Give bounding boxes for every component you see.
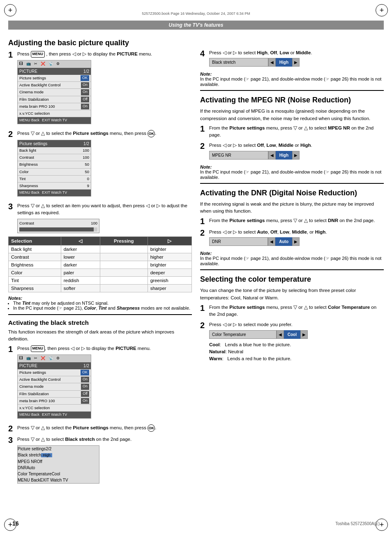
menu-row-film: Film StabilizationOff xyxy=(18,96,91,103)
corner-mark-tr xyxy=(376,4,388,16)
note-pc-input: In the PC input mode (☞ page 21), Color,… xyxy=(13,306,192,311)
menu-page-1: 1/2 xyxy=(83,68,89,74)
mpeg-step-1-content: From the Picture settings menu, press ▽ … xyxy=(209,125,384,139)
selector-dnr-value: Auto xyxy=(275,237,292,246)
item-tint-left: reddish xyxy=(61,276,100,284)
menu-footer-1: MENU BackEXIT Watch TV xyxy=(18,117,91,124)
note-tint: The Tint may only be adjusted on NTSC si… xyxy=(13,301,192,306)
item-contrast: Contrast xyxy=(9,253,61,261)
contrast-track xyxy=(19,227,97,232)
menu-picture-settings-2: Picture settings2/2 Black stretchHigh MP… xyxy=(17,445,99,484)
bs-step-1-content: Press MENU, then press ◁ or ▷ to display… xyxy=(17,345,192,421)
divider-1 xyxy=(8,314,192,315)
mpeg-step-num-2: 2 xyxy=(200,142,207,150)
menu-picture-1: 🎞📺✂❌📡⚙ PICTURE 1/2 Picture settingsOK Ac… xyxy=(17,60,91,124)
color-temp-descriptions: Cool: Lends a blue hue to the picture. N… xyxy=(209,341,384,363)
divider-3 xyxy=(200,183,384,184)
section-color-temp: Selecting the color temperature You can … xyxy=(200,275,384,362)
item-sharpness: Sharpness xyxy=(9,284,61,292)
section-title-black-stretch: Activating the black stretch xyxy=(8,319,192,326)
ps2-row-mpegnr: MPEG NROff xyxy=(18,459,99,465)
ps-row-tint: Tint0 xyxy=(18,176,91,183)
dnr-step-1: 1 From the Picture settings menu, press … xyxy=(200,217,384,225)
bs-step-num-3: 3 xyxy=(8,436,15,444)
bs-step-num-2: 2 xyxy=(8,424,15,433)
selector-black-stretch: Black stretch ◀ High ▶ xyxy=(209,58,300,67)
menu-ps2-header: Picture settings2/2 xyxy=(18,446,99,452)
ps2-row-dnr: DNRAuto xyxy=(18,465,99,471)
note-dnr: Note: In the PC input mode (☞ page 21), … xyxy=(200,251,384,266)
bs-row-cinema: Cinema modeOn xyxy=(18,383,91,390)
contrast-bar: Contrast100 xyxy=(17,219,99,233)
page-footer: 16 Toshiba 5257Z3500A(E) xyxy=(0,520,392,527)
step-1: 1 Press MENU , then press ◁ or ▷ to disp… xyxy=(8,51,192,127)
selector-ct-right-arrow: ▶ xyxy=(300,330,308,339)
step-2: 2 Press ▽ or △ to select the Picture set… xyxy=(8,130,192,199)
bs-row-picture-settings: Picture settingsOK xyxy=(18,369,91,376)
menu-ps-header: Picture settings1/2 xyxy=(18,140,91,147)
item-tint: Tint xyxy=(9,276,61,284)
selector-ct-left-arrow: ◀ xyxy=(277,330,284,339)
table-row: Back light darker brighter xyxy=(9,245,192,253)
book-info: 5257Z3500.book Page 16 Wednesday, Octobe… xyxy=(142,12,250,16)
bs-row-film: Film StabilizationOff xyxy=(18,391,91,398)
bs-row-backlight: Active Backlight ControlOn xyxy=(18,376,91,383)
menu-row-xvycc: x.v.YCC selection xyxy=(18,110,91,117)
item-color-left: paler xyxy=(61,269,100,276)
mpeg-step-2: 2 Press ◁ or ▷ to select Off, Low, Middl… xyxy=(200,142,384,161)
ct-step-2-content: Press ◁ or ▷ to select mode you prefer. … xyxy=(209,321,384,362)
selector-dnr-left-arrow: ◀ xyxy=(268,237,275,246)
notes-section1: Notes: The Tint may only be adjusted on … xyxy=(8,296,192,311)
menu-icon-row-bs: 🎞📺✂❌📡⚙ xyxy=(18,355,91,362)
ps2-row-black-stretch: Black stretchHigh xyxy=(18,452,99,459)
step1-text-a: Press xyxy=(17,51,31,56)
black-stretch-intro: This function increases the strength of … xyxy=(8,329,192,343)
step-1-content: Press MENU , then press ◁ or ▷ to displa… xyxy=(17,51,192,127)
selector-ct-label: Color Temperature xyxy=(209,330,277,339)
ct-step-2: 2 Press ◁ or ▷ to select mode you prefer… xyxy=(200,321,384,362)
dnr-intro: If the receiving signal is weak and the … xyxy=(200,201,384,215)
menu-picture-settings-1: Picture settings1/2 Back light100 Contra… xyxy=(17,140,91,197)
menu-label-1: PICTURE xyxy=(19,68,37,74)
divider-4 xyxy=(200,269,384,270)
menu-picture-bs: 🎞📺✂❌📡⚙ PICTURE1/2 Picture settingsOK Act… xyxy=(17,354,91,419)
ps-row-sharpness: Sharpness9 xyxy=(18,183,91,190)
menu-footer-bs: MENU BackEXIT Watch TV xyxy=(18,412,91,418)
mpeg-step-num-1: 1 xyxy=(200,125,207,133)
item-sharpness-right: sharper xyxy=(148,284,191,292)
item-brightness-right: brighter xyxy=(148,261,191,269)
ct-desc-cool: Cool: Lends a blue hue to the picture. xyxy=(209,341,384,348)
header-title: Using the TV's features xyxy=(169,22,224,28)
menu-icon-row: 🎞📺✂❌📡⚙ xyxy=(18,60,91,68)
section-title-adjust: Adjusting the basic picture quality xyxy=(8,39,192,47)
bs-step-2-content: Press ▽ or △ to select the Picture setti… xyxy=(17,424,192,432)
bs-step-num-1: 1 xyxy=(8,345,15,353)
ps-row-contrast: Contrast100 xyxy=(18,154,91,161)
item-backlight-left: darker xyxy=(61,245,100,253)
notes-title: Notes: xyxy=(8,296,192,301)
bs-step-1: 1 Press MENU, then press ◁ or ▷ to displ… xyxy=(8,345,192,421)
selector-ct-value: Cool xyxy=(284,330,300,339)
table-row: Brightness darker brighter xyxy=(9,261,192,269)
menu-header-1: PICTURE 1/2 xyxy=(18,68,91,75)
item-brightness-left: darker xyxy=(61,261,100,269)
item-color-right: deeper xyxy=(148,269,191,276)
footer-brand: Toshiba 5257Z3500A(E) xyxy=(335,521,380,526)
ct-step-num-2: 2 xyxy=(200,321,207,329)
page-number: 16 xyxy=(12,520,19,527)
selector-bs-right-arrow: ▶ xyxy=(292,58,300,67)
dnr-step-2: 2 Press ◁ or ▷ to select Auto, Off, Low,… xyxy=(200,229,384,248)
section-mpeg-nr: Activating the MPEG NR (Noise Reduction)… xyxy=(200,96,384,179)
menu-row-backlight: Active Backlight ControlOn xyxy=(18,82,91,89)
section-black-stretch: Activating the black stretch This functi… xyxy=(8,319,192,486)
item-backlight: Back light xyxy=(9,245,61,253)
bs-step-3-content: Press ▽ or △ to select Black stretch on … xyxy=(17,436,192,486)
menu-footer-ps2: MENU BackEXIT Watch TV xyxy=(18,477,99,483)
selector-mpeg: MPEG NR ◀ High ▶ xyxy=(209,151,300,160)
table-row: Sharpness softer sharper xyxy=(9,284,192,292)
section-title-mpeg: Activating the MPEG NR (Noise Reduction) xyxy=(200,96,384,104)
bs-step-3: 3 Press ▽ or △ to select Black stretch o… xyxy=(8,436,192,486)
note-dnr-text: In the PC input mode (☞ page 21), and do… xyxy=(200,256,384,266)
bs-step-4-content: Press ◁ or ▷ to select High, Off, Low or… xyxy=(209,49,384,68)
mpeg-step-1: 1 From the Picture settings menu, press … xyxy=(200,125,384,139)
